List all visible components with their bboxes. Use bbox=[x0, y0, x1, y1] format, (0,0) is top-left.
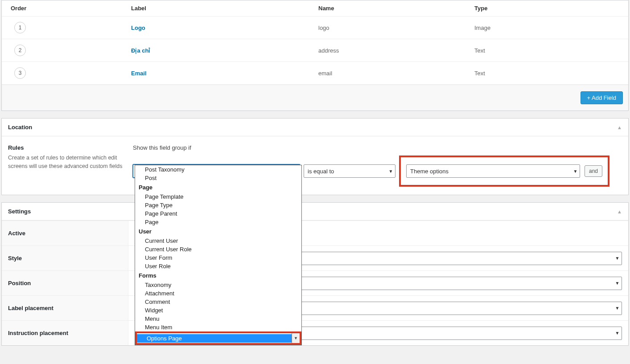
field-row[interactable]: 2 Địa chỉ address Text bbox=[2, 39, 628, 62]
collapse-toggle-icon[interactable]: ▲ bbox=[617, 125, 622, 130]
header-type: Type bbox=[474, 5, 624, 12]
settings-header: Settings ▲ bbox=[2, 203, 628, 221]
dropdown-group-label: User bbox=[135, 226, 301, 237]
field-label-link[interactable]: Logo bbox=[131, 25, 145, 31]
field-row[interactable]: 3 Email email Text bbox=[2, 62, 628, 85]
rules-instruction: Show this field group if bbox=[133, 144, 622, 151]
rule-param-dropdown-open[interactable]: Post Taxonomy Post Page Page Template Pa… bbox=[135, 165, 302, 345]
dropdown-option[interactable]: Page Template bbox=[135, 192, 301, 201]
rules-description: Create a set of rules to determine which… bbox=[8, 154, 128, 171]
dropdown-option[interactable]: User Form bbox=[135, 254, 301, 262]
dropdown-option[interactable]: Current User bbox=[135, 237, 301, 245]
location-title: Location bbox=[8, 124, 32, 131]
location-header: Location ▲ bbox=[2, 119, 628, 136]
dropdown-group-label: Page bbox=[135, 182, 301, 192]
chevron-down-icon: ▼ bbox=[613, 306, 622, 311]
dropdown-option[interactable]: Comment bbox=[135, 298, 301, 306]
add-field-button[interactable]: + Add Field bbox=[581, 91, 623, 104]
dropdown-group-label: Forms bbox=[135, 270, 301, 281]
dropdown-option[interactable]: Menu bbox=[135, 315, 301, 323]
dropdown-option[interactable]: Post Taxonomy bbox=[135, 165, 301, 174]
chevron-down-icon: ▼ bbox=[613, 256, 622, 261]
settings-label-active: Active bbox=[2, 221, 128, 245]
settings-row-instruction-placement: Instruction placement Below labels ▼ bbox=[2, 320, 628, 345]
settings-label-label-placement: Label placement bbox=[2, 296, 128, 320]
dropdown-option[interactable]: Page bbox=[135, 218, 301, 226]
dropdown-option[interactable]: Attachment bbox=[135, 289, 301, 298]
rule-operator-select[interactable]: is equal to ▼ bbox=[304, 164, 395, 178]
settings-panel: Settings ▲ Active Style ▼ Position ▼ bbox=[1, 202, 629, 346]
dropdown-option[interactable]: Post bbox=[135, 174, 301, 182]
header-order: Order bbox=[6, 5, 131, 12]
collapse-toggle-icon[interactable]: ▲ bbox=[617, 209, 622, 214]
order-badge[interactable]: 3 bbox=[14, 67, 26, 79]
dropdown-option[interactable]: Page Parent bbox=[135, 209, 301, 218]
rule-value-highlight-box: Theme options ▼ and bbox=[399, 155, 609, 187]
field-label-link[interactable]: Email bbox=[131, 70, 147, 77]
dropdown-selected-highlight-box: Options Page ▼ bbox=[135, 331, 301, 345]
rules-heading: Rules bbox=[8, 144, 128, 151]
field-name-cell: address bbox=[318, 47, 474, 54]
dropdown-option-selected[interactable]: Options Page bbox=[137, 334, 292, 343]
order-badge[interactable]: 1 bbox=[14, 22, 26, 33]
dropdown-option[interactable]: User Role bbox=[135, 262, 301, 270]
field-name-cell: logo bbox=[318, 25, 474, 31]
dropdown-option[interactable]: Menu Item bbox=[135, 323, 301, 331]
chevron-down-icon: ▼ bbox=[386, 169, 395, 174]
dropdown-option[interactable]: Page Type bbox=[135, 201, 301, 209]
settings-label-position: Position bbox=[2, 271, 128, 295]
field-type-cell: Image bbox=[474, 25, 624, 31]
settings-title: Settings bbox=[8, 208, 31, 215]
field-type-cell: Text bbox=[474, 47, 624, 54]
rule-value-select[interactable]: Theme options ▼ bbox=[406, 164, 580, 178]
dropdown-option[interactable]: Widget bbox=[135, 306, 301, 315]
settings-label-instruction-placement: Instruction placement bbox=[2, 321, 128, 345]
settings-label-style: Style bbox=[2, 246, 128, 270]
dropdown-option[interactable]: Taxonomy bbox=[135, 281, 301, 289]
chevron-down-icon: ▼ bbox=[613, 331, 622, 335]
settings-row-position: Position ▼ bbox=[2, 270, 628, 295]
rule-value-text: Theme options bbox=[407, 168, 571, 175]
settings-row-active: Active bbox=[2, 221, 628, 245]
order-badge[interactable]: 2 bbox=[14, 45, 26, 56]
fields-footer: + Add Field bbox=[2, 85, 628, 110]
header-label: Label bbox=[131, 5, 318, 12]
add-and-rule-button[interactable]: and bbox=[585, 165, 602, 177]
field-label-link[interactable]: Địa chỉ bbox=[131, 47, 150, 54]
field-type-cell: Text bbox=[474, 70, 624, 77]
header-name: Name bbox=[318, 5, 474, 12]
chevron-down-icon[interactable]: ▼ bbox=[292, 333, 300, 343]
chevron-down-icon: ▼ bbox=[613, 281, 622, 286]
fields-panel: Order Label Name Type 1 Logo logo Image … bbox=[1, 0, 629, 111]
dropdown-option[interactable]: Current User Role bbox=[135, 245, 301, 254]
chevron-down-icon: ▼ bbox=[571, 169, 580, 174]
field-name-cell: email bbox=[318, 70, 474, 77]
rules-sidebar: Rules Create a set of rules to determine… bbox=[8, 144, 133, 187]
settings-row-style: Style ▼ bbox=[2, 245, 628, 270]
field-row[interactable]: 1 Logo logo Image bbox=[2, 16, 628, 39]
settings-row-label-placement: Label placement ▼ bbox=[2, 295, 628, 320]
rule-operator-value: is equal to bbox=[304, 168, 386, 175]
fields-header-row: Order Label Name Type bbox=[2, 0, 628, 16]
location-panel: Location ▲ Rules Create a set of rules t… bbox=[1, 118, 629, 195]
